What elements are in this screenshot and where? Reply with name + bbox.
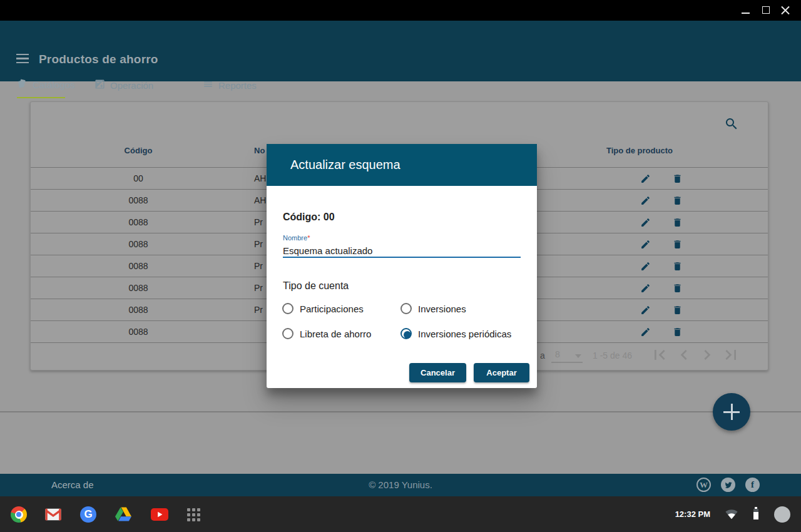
tab-bar: Catálogos Operación Reportes <box>17 78 254 98</box>
catalogs-icon <box>17 78 28 91</box>
search-icon[interactable] <box>724 116 739 131</box>
dialog-title: Actualizar esquema <box>290 158 400 172</box>
os-titlebar <box>0 0 801 21</box>
radio-circle-icon <box>400 303 412 314</box>
edit-icon[interactable] <box>640 195 651 206</box>
cancel-button[interactable]: Cancelar <box>409 363 466 382</box>
input-underline <box>283 257 521 258</box>
tab-label: Operación <box>110 80 153 91</box>
gmail-icon[interactable] <box>45 508 61 521</box>
edit-icon[interactable] <box>640 305 651 315</box>
previous-page-icon[interactable] <box>674 345 694 365</box>
delete-icon[interactable] <box>672 305 683 315</box>
cell-codigo: 0088 <box>31 327 246 337</box>
radio-participaciones[interactable]: Participaciones <box>282 303 364 314</box>
edit-icon[interactable] <box>640 327 651 337</box>
battery-icon[interactable] <box>750 506 762 522</box>
wordpress-icon[interactable]: W <box>696 478 711 492</box>
page-range-label: 1 -5 de 46 <box>593 350 632 361</box>
copyright-text: © 2019 Yunius. <box>0 479 801 490</box>
edit-icon[interactable] <box>640 283 651 294</box>
column-header-tipo: Tipo de producto <box>606 146 769 155</box>
code-readout: Código: 00 <box>283 212 335 223</box>
items-per-page-label-fragment: a <box>540 350 545 361</box>
table-toolbar <box>31 102 768 134</box>
radio-selected-icon <box>400 328 412 339</box>
first-page-icon[interactable] <box>650 345 670 365</box>
radio-libreta-de-ahorro[interactable]: Libreta de ahorro <box>282 328 371 339</box>
social-links: W f <box>696 478 760 492</box>
edit-icon[interactable] <box>640 261 651 272</box>
account-type-label: Tipo de cuenta <box>283 280 349 292</box>
cell-codigo: 0088 <box>31 261 246 271</box>
drive-icon[interactable] <box>115 506 131 523</box>
delete-icon[interactable] <box>672 261 683 272</box>
column-header-codigo: Código <box>31 146 246 155</box>
name-input[interactable] <box>283 243 521 257</box>
cell-codigo: 0088 <box>31 305 246 315</box>
radio-label: Inversiones <box>418 304 466 314</box>
required-asterisk: * <box>307 234 310 242</box>
app-launcher-icon[interactable] <box>187 508 201 522</box>
radio-label: Participaciones <box>300 304 364 314</box>
app-header: Productos de ahorro Catálogos Operación … <box>0 21 801 81</box>
facebook-icon[interactable]: f <box>745 478 760 492</box>
cell-codigo: 00 <box>31 173 246 183</box>
delete-icon[interactable] <box>672 195 683 206</box>
tab-operacion[interactable]: Operación <box>94 78 138 98</box>
add-button[interactable] <box>713 393 750 431</box>
screen: Productos de ahorro Catálogos Operación … <box>0 0 801 532</box>
chevron-down-icon <box>575 354 581 358</box>
delete-icon[interactable] <box>672 283 683 294</box>
cell-codigo: 0088 <box>31 195 246 205</box>
radio-circle-icon <box>282 303 293 314</box>
radio-inversiones[interactable]: Inversiones <box>400 303 466 314</box>
accept-button[interactable]: Aceptar <box>474 363 529 382</box>
tab-label: Catálogos <box>33 79 75 90</box>
delete-icon[interactable] <box>672 217 683 228</box>
radio-circle-icon <box>282 328 293 339</box>
radio-label: Inversiones periódicas <box>418 329 511 339</box>
maximize-icon[interactable] <box>762 6 770 14</box>
tab-catalogos[interactable]: Catálogos <box>17 78 65 98</box>
app-footer: Acerca de © 2019 Yunius. W f <box>0 474 801 496</box>
clock[interactable]: 12:32 PM <box>675 509 710 519</box>
dialog-header: Actualizar esquema <box>267 144 537 186</box>
radio-inversiones-periodicas[interactable]: Inversiones periódicas <box>400 328 511 339</box>
operation-icon <box>94 79 105 91</box>
twitter-icon[interactable] <box>721 478 735 492</box>
close-icon[interactable] <box>781 6 790 14</box>
reports-icon <box>203 79 213 91</box>
name-field-label: Nombre* <box>283 234 310 242</box>
cell-codigo: 0088 <box>31 283 246 293</box>
delete-icon[interactable] <box>672 327 683 337</box>
next-page-icon[interactable] <box>697 345 717 365</box>
minimize-icon[interactable] <box>742 13 750 14</box>
edit-icon[interactable] <box>640 217 651 228</box>
edit-icon[interactable] <box>640 239 651 250</box>
content-divider <box>0 411 801 412</box>
last-page-icon[interactable] <box>721 345 741 365</box>
page-title: Productos de ahorro <box>39 53 158 66</box>
cell-codigo: 0088 <box>31 239 246 249</box>
delete-icon[interactable] <box>672 239 683 250</box>
plus-icon <box>723 411 740 413</box>
delete-icon[interactable] <box>672 173 683 184</box>
wifi-icon[interactable] <box>725 507 738 521</box>
chrome-icon[interactable] <box>11 506 27 523</box>
edit-icon[interactable] <box>640 173 651 184</box>
radio-label: Libreta de ahorro <box>300 329 371 339</box>
page-size-select[interactable]: 8 <box>551 348 583 363</box>
google-icon[interactable]: G <box>80 506 96 523</box>
cell-codigo: 0088 <box>31 217 246 227</box>
tab-label: Reportes <box>218 80 257 91</box>
menu-icon[interactable] <box>16 54 29 63</box>
page-size-value: 8 <box>555 349 560 359</box>
tab-reportes[interactable]: Reportes <box>203 78 254 98</box>
taskbar: G 12:32 PM <box>0 496 801 532</box>
update-scheme-dialog: Actualizar esquema Código: 00 Nombre* Ti… <box>267 144 537 388</box>
account-avatar[interactable] <box>774 506 790 523</box>
youtube-icon[interactable] <box>151 508 167 521</box>
